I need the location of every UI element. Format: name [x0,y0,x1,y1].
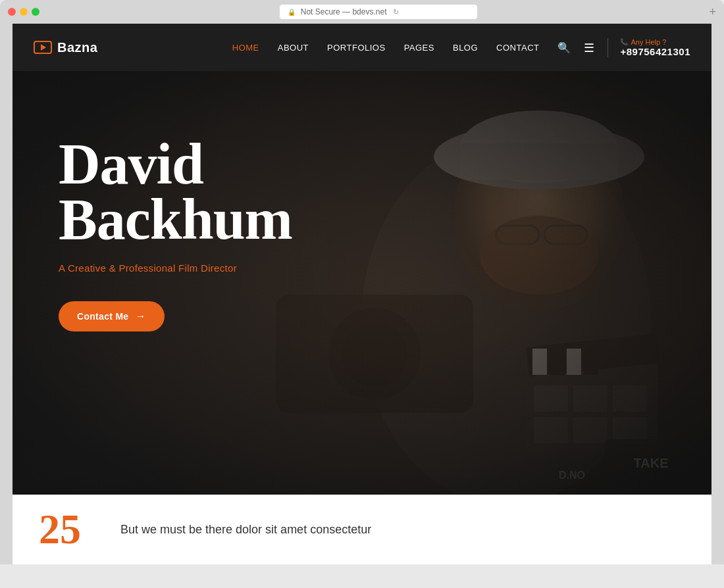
phone-info: 📞 Any Help ? +89756421301 [608,38,690,57]
nav-link-home: HOME [232,43,259,53]
stat-number: 25 [39,508,81,551]
nav-link-portfolios: PORTFOLIOS [327,43,386,53]
hero-content: David Backhum A Creative & Professional … [13,71,711,397]
hero-name: David Backhum [59,137,665,247]
phone-icon: 📞 [620,38,628,45]
navbar: Bazna HOME ABOUT PORTFOLIOS PAGES BLOG C… [13,24,711,71]
nav-item-about[interactable]: ABOUT [278,41,309,53]
dot-green[interactable] [32,8,39,16]
nav-item-portfolios[interactable]: PORTFOLIOS [327,41,386,53]
nav-link-blog: BLOG [453,43,478,53]
logo-text: Bazna [57,40,97,55]
nav-item-blog[interactable]: BLOG [453,41,478,53]
hamburger-icon: ☰ [584,41,594,55]
below-fold-section: 25 But we must be there dolor sit amet c… [13,495,711,564]
hero-first-name: David [59,132,203,196]
hamburger-button[interactable]: ☰ [584,41,594,54]
phone-number: +89756421301 [620,46,690,57]
dot-yellow[interactable] [20,8,28,16]
hero-tagline: A Creative & Professional Film Director [59,262,665,274]
search-icon: 🔍 [557,42,571,53]
search-button[interactable]: 🔍 [557,41,571,54]
browser-chrome: 🔒 Not Secure — bdevs.net ↻ + Bazna HOME … [0,0,724,564]
nav-link-pages: PAGES [404,43,434,53]
phone-label: 📞 Any Help ? [620,38,690,46]
below-fold-text: But we must be there dolor sit amet cons… [107,523,685,537]
arrow-right-icon: → [135,310,145,322]
browser-addressbar: 🔒 Not Secure — bdevs.net ↻ [87,5,669,19]
reload-icon: ↻ [393,8,399,16]
nav-item-home[interactable]: HOME [232,41,259,53]
cta-label: Contact Me [77,311,128,322]
website: Bazna HOME ABOUT PORTFOLIOS PAGES BLOG C… [13,24,711,564]
hero-section: TAKE D.NO David Backhum A Creative & Pro… [13,71,711,495]
nav-item-pages[interactable]: PAGES [404,41,434,53]
nav-item-contact[interactable]: CONTACT [496,41,539,53]
logo[interactable]: Bazna [34,40,97,55]
nav-links: HOME ABOUT PORTFOLIOS PAGES BLOG CONTACT [232,41,540,53]
address-text: Not Secure — bdevs.net [301,7,387,16]
browser-dots [8,8,39,16]
dot-red[interactable] [8,8,16,16]
contact-me-button[interactable]: Contact Me → [59,301,165,331]
hero-last-name: Backhum [59,187,292,251]
logo-icon [34,41,52,54]
nav-right: 🔍 ☰ 📞 Any Help ? +89756421301 [557,38,690,57]
browser-titlebar: 🔒 Not Secure — bdevs.net ↻ + [0,0,724,24]
nav-link-contact: CONTACT [496,43,539,53]
nav-link-about: ABOUT [278,43,309,53]
new-tab-button[interactable]: + [709,6,716,18]
address-input[interactable]: 🔒 Not Secure — bdevs.net ↻ [280,5,477,19]
lock-icon: 🔒 [288,9,296,16]
